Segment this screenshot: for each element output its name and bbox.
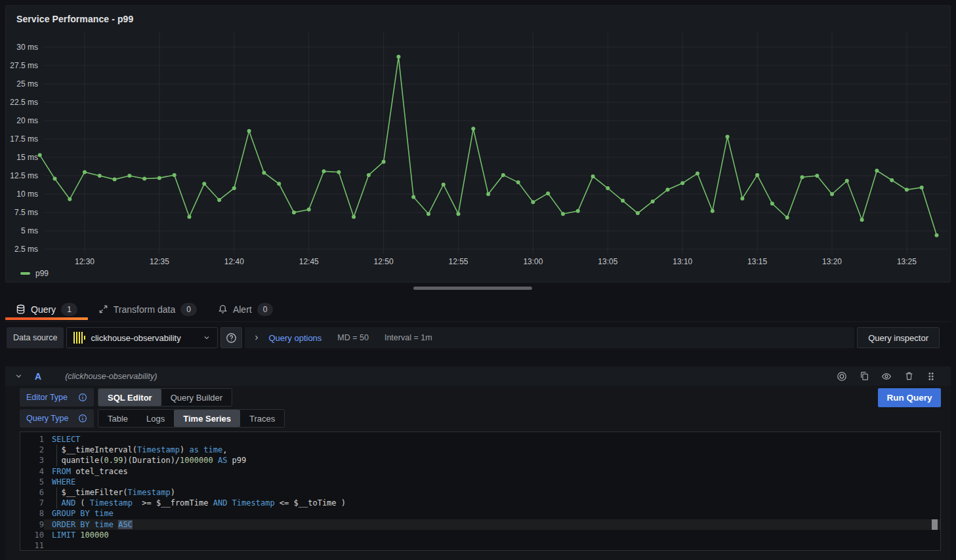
tab-alert-label: Alert — [233, 304, 252, 315]
option-table[interactable]: Table — [98, 410, 137, 427]
query-editor-tabbar: Query 1 Transform data 0 Alert 0 — [5, 297, 951, 322]
duplicate-query-button[interactable] — [856, 369, 872, 384]
query-type-label: Query Type — [20, 409, 94, 428]
svg-text:13:20: 13:20 — [822, 257, 842, 266]
run-query-button[interactable]: Run Query — [878, 388, 941, 407]
svg-text:12:55: 12:55 — [449, 257, 468, 266]
query-options-link: Query options — [268, 333, 322, 343]
eye-icon — [881, 371, 892, 382]
query-row-actions — [834, 369, 939, 384]
legend-series-swatch — [20, 272, 30, 275]
legend-series-label[interactable]: p99 — [35, 269, 49, 278]
query-options-toggle[interactable]: Query options — [253, 333, 322, 343]
transform-icon — [98, 304, 108, 314]
svg-text:22.5 ms: 22.5 ms — [10, 98, 38, 107]
grip-dots-icon — [926, 372, 936, 381]
svg-text:20 ms: 20 ms — [16, 116, 38, 125]
line-number: 6 — [20, 487, 44, 498]
query-type-row: Query Type TableLogsTime SeriesTraces — [20, 409, 285, 428]
svg-text:15 ms: 15 ms — [16, 153, 38, 162]
tab-transform-label: Transform data — [114, 304, 175, 315]
hide-response-button[interactable] — [879, 369, 894, 384]
copy-icon — [860, 371, 869, 381]
tab-query-label: Query — [31, 304, 56, 315]
clickhouse-logo — [73, 332, 85, 344]
code-line: 2 $__timeInterval(Timestamp) as time, — [20, 445, 940, 455]
tab-query[interactable]: Query 1 — [5, 297, 88, 321]
info-circle-icon[interactable] — [78, 414, 87, 423]
code-line: 9ORDER BY time ASC — [20, 519, 940, 530]
svg-text:17.5 ms: 17.5 ms — [10, 134, 38, 144]
option-sql-editor[interactable]: SQL Editor — [98, 389, 161, 406]
datasource-help-button[interactable] — [220, 327, 242, 348]
tab-query-count-badge: 1 — [61, 303, 77, 316]
svg-text:12.5 ms: 12.5 ms — [10, 171, 38, 180]
interval-value: Interval = 1m — [384, 333, 432, 342]
chart-canvas[interactable]: 30 ms27.5 ms25 ms22.5 ms20 ms17.5 ms15 m… — [6, 6, 950, 282]
editor-type-radio-group: SQL EditorQuery Builder — [98, 388, 232, 407]
code-line: 5WHERE — [20, 477, 940, 487]
svg-text:12:35: 12:35 — [150, 257, 169, 266]
help-circle-icon — [226, 332, 237, 344]
line-number: 8 — [20, 508, 44, 519]
line-number: 7 — [20, 498, 44, 508]
svg-text:13:05: 13:05 — [598, 257, 617, 266]
code-line: 11 — [20, 540, 940, 551]
overview-ruler-cursor-marker — [932, 519, 938, 530]
line-number: 3 — [20, 455, 44, 466]
option-query-builder[interactable]: Query Builder — [161, 389, 232, 406]
chevron-down-icon — [203, 334, 211, 342]
svg-text:7.5 ms: 7.5 ms — [14, 208, 38, 217]
code-line: 8GROUP BY time — [20, 508, 940, 519]
chevron-right-icon — [253, 334, 260, 342]
svg-text:13:25: 13:25 — [897, 257, 917, 266]
svg-text:10 ms: 10 ms — [16, 190, 38, 199]
collapse-chevron-icon[interactable] — [14, 372, 23, 380]
panel-title[interactable]: Service Performance - p99 — [16, 14, 133, 24]
bell-icon — [218, 304, 228, 314]
line-number: 11 — [20, 540, 44, 551]
line-number: 2 — [20, 445, 44, 455]
query-row-a: A (clickhouse-observability) Editor Type — [5, 367, 951, 560]
indent-guide — [56, 487, 57, 509]
datasource-selected-value: clickhouse-observability — [91, 333, 197, 343]
datasource-label: Data source — [7, 327, 64, 348]
remove-query-button[interactable] — [901, 369, 917, 384]
tab-transform-count-badge: 0 — [180, 303, 197, 316]
code-line: 10LIMIT 100000 — [20, 530, 940, 540]
option-time-series[interactable]: Time Series — [174, 410, 240, 427]
query-options-bar: Query options MD = 50 Interval = 1m — [245, 327, 854, 348]
query-type-radio-group: TableLogsTime SeriesTraces — [98, 409, 285, 428]
svg-text:5 ms: 5 ms — [21, 226, 38, 235]
option-logs[interactable]: Logs — [137, 410, 174, 427]
query-row-header: A (clickhouse-observability) — [5, 367, 951, 386]
svg-text:27.5 ms: 27.5 ms — [10, 61, 38, 70]
svg-text:12:50: 12:50 — [374, 257, 394, 266]
line-number: 1 — [20, 434, 44, 445]
code-line: 7 AND ( Timestamp >= $__fromTime AND Tim… — [20, 498, 940, 508]
editor-type-label: Editor Type — [20, 388, 94, 407]
tab-transform-data[interactable]: Transform data 0 — [88, 297, 207, 321]
svg-text:13:15: 13:15 — [747, 257, 767, 266]
info-circle-icon[interactable] — [78, 393, 87, 402]
svg-text:13:10: 13:10 — [673, 257, 692, 266]
query-inspector-button[interactable]: Query inspector — [857, 327, 940, 348]
tab-alert[interactable]: Alert 0 — [207, 297, 283, 321]
line-number: 10 — [20, 530, 44, 540]
sql-code-editor[interactable]: 1SELECT2 $__timeInterval(Timestamp) as t… — [20, 431, 941, 551]
code-line: 1SELECT — [20, 434, 940, 445]
code-line: 6 $__timeFilter(Timestamp) — [20, 487, 940, 498]
disable-query-button[interactable] — [834, 369, 850, 384]
line-number: 4 — [20, 466, 44, 477]
code-line: 3 quantile(0.99)(Duration)/1000000 AS p9… — [20, 455, 940, 466]
datasource-select[interactable]: clickhouse-observability — [66, 327, 218, 348]
panel-resize-handle[interactable] — [413, 287, 532, 290]
svg-text:12:45: 12:45 — [299, 257, 319, 266]
trash-icon — [904, 371, 914, 381]
drag-handle[interactable] — [923, 369, 939, 384]
svg-text:2.5 ms: 2.5 ms — [14, 245, 38, 254]
option-traces[interactable]: Traces — [240, 410, 284, 427]
line-number: 9 — [20, 519, 44, 530]
tab-alert-count-badge: 0 — [257, 303, 274, 316]
query-ref-label: A — [35, 371, 41, 382]
